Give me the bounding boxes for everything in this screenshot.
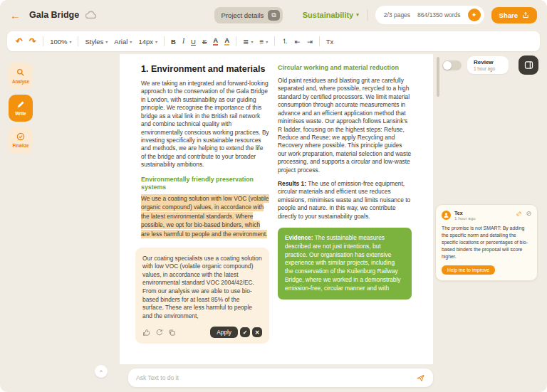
toolbar-divider — [274, 36, 275, 46]
project-details-label: Project details — [222, 11, 264, 19]
chat-input[interactable] — [136, 374, 416, 381]
toolbar-divider — [164, 36, 165, 46]
resolve-icon[interactable]: ⊘ — [526, 211, 531, 217]
font-color-button[interactable]: A — [213, 37, 218, 46]
align-icon: ≡ — [259, 38, 264, 46]
apply-group: Apply ✓ ✕ — [210, 327, 262, 338]
link-icon[interactable] — [516, 211, 522, 217]
section-label: Sustainability — [303, 11, 354, 19]
formatting-toolbar: ↶ ↷ 100%▾ Styles▾ Arial▾ 14px▾ B I U S A… — [7, 31, 540, 51]
chevron-down-icon: ▾ — [266, 39, 268, 44]
document-heading: 1. Environment and materials — [141, 64, 269, 74]
results-label: Results 1: — [278, 180, 306, 187]
sidebar-item-write[interactable]: Write — [9, 95, 33, 122]
share-button[interactable]: Share — [491, 7, 537, 23]
chat-bar — [128, 369, 433, 387]
document-left-column: 1. Environment and materials We are taki… — [141, 64, 269, 344]
scrollbar[interactable] — [437, 57, 439, 97]
document-subheading: Environmentally friendly preservation sy… — [141, 176, 269, 191]
comment-header: Tex 1 hour ago ⊘ — [442, 211, 531, 221]
zoom-value: 100% — [50, 38, 67, 46]
pencil-icon — [16, 100, 25, 109]
font-size-select[interactable]: 14px▾ — [138, 38, 157, 46]
results-paragraph: Results 1: The use of emission-free equi… — [278, 180, 412, 221]
assistant-badge-icon[interactable]: ✦ — [468, 9, 481, 21]
section-selector[interactable]: Sustainability ▾ — [303, 11, 359, 19]
review-button[interactable]: Review 1 hour ago — [467, 56, 509, 74]
zoom-select[interactable]: 100%▾ — [50, 38, 71, 46]
numbered-list-button[interactable]: ⒈ — [281, 37, 288, 46]
thumbs-up-icon[interactable] — [142, 329, 150, 337]
comment-author: Tex — [454, 211, 512, 216]
bold-button[interactable]: B — [171, 38, 176, 46]
share-label: Share — [499, 11, 518, 19]
app-window: ← Gala Bridge Project details ⧉ Sustaina… — [0, 0, 547, 392]
strikethrough-button[interactable]: S — [202, 38, 207, 46]
chevron-down-icon: ▾ — [155, 39, 157, 44]
font-value: Arial — [114, 38, 127, 46]
highlight-color-button[interactable]: A — [224, 37, 229, 46]
sidebar-item-label: Write — [15, 111, 26, 116]
bullet-list-icon: ≣ — [243, 38, 249, 46]
comment-body: The promise is not SMART: By adding the … — [442, 225, 531, 260]
clear-formatting-button[interactable]: Tx — [326, 38, 334, 46]
back-icon[interactable]: ← — [10, 9, 21, 21]
reject-icon[interactable]: ✕ — [252, 327, 262, 337]
review-time: 1 hour ago — [474, 66, 502, 71]
ai-suggestion-card: Our coating specialists use a coating so… — [135, 248, 269, 344]
sidebar-item-label: Analyse — [12, 79, 29, 84]
apply-button[interactable]: Apply — [210, 327, 238, 338]
accept-icon[interactable]: ✓ — [240, 327, 250, 337]
document-subheading: Circular working and material reduction — [278, 64, 412, 71]
avatar — [442, 211, 451, 220]
font-select[interactable]: Arial▾ — [114, 38, 132, 46]
header: ← Gala Bridge Project details ⧉ Sustaina… — [0, 0, 547, 30]
evidence-box: Evidence: The sustainable measures descr… — [278, 228, 412, 299]
mode-sidebar: Analyse Write Finalize — [9, 63, 33, 154]
send-icon[interactable] — [416, 374, 425, 383]
header-divider — [368, 9, 368, 21]
improve-button[interactable]: Help me to improve — [442, 265, 495, 275]
copy-icon[interactable] — [168, 329, 176, 337]
words-count: 864/1350 words — [417, 11, 461, 18]
toolbar-divider — [78, 36, 78, 46]
document-paragraph: We are taking an integrated and forward-… — [141, 80, 269, 169]
outdent-button[interactable]: ⇤ — [295, 38, 301, 46]
redo-icon[interactable]: ↷ — [29, 36, 36, 46]
evidence-text: The sustainable measures described are n… — [285, 234, 400, 292]
font-size-value: 14px — [138, 38, 153, 46]
chevron-down-icon: ▾ — [130, 39, 132, 44]
cloud-sync-icon — [85, 11, 98, 19]
undo-icon[interactable]: ↶ — [16, 36, 23, 46]
document-page[interactable]: 1. Environment and materials We are taki… — [120, 54, 433, 364]
sidebar-item-analyse[interactable]: Analyse — [9, 63, 33, 90]
comments-panel-button[interactable] — [519, 55, 538, 75]
project-title: Gala Bridge — [29, 10, 79, 20]
document-paragraph: Old paint residues and blasting grit are… — [278, 77, 412, 174]
highlighted-paragraph: We use a coating solution with low VOC (… — [141, 194, 269, 239]
check-circle-icon — [16, 132, 25, 141]
review-toggle[interactable] — [442, 60, 462, 70]
align-select[interactable]: ≡▾ — [259, 38, 268, 46]
italic-button[interactable]: I — [182, 38, 184, 45]
list-style-select[interactable]: ≣▾ — [243, 38, 253, 46]
underline-button[interactable]: U — [191, 38, 196, 46]
review-label: Review — [474, 59, 502, 65]
styles-value: Styles — [85, 38, 103, 46]
styles-select[interactable]: Styles▾ — [85, 38, 108, 46]
toolbar-divider — [236, 36, 236, 46]
toolbar-divider — [319, 36, 320, 46]
pages-count: 2/3 pages — [384, 11, 410, 18]
collapse-chat-button[interactable]: ^ — [95, 365, 108, 378]
project-details-button[interactable]: Project details ⧉ — [214, 7, 283, 23]
chevron-down-icon: ▾ — [69, 39, 71, 44]
text-highlight[interactable]: We use a coating solution with low VOC (… — [141, 194, 269, 238]
evidence-label: Evidence: — [285, 234, 313, 241]
toggle-knob — [443, 61, 452, 70]
indent-button[interactable]: ⇥ — [307, 38, 313, 46]
sidebar-item-finalize[interactable]: Finalize — [9, 127, 33, 154]
toolbar-divider — [43, 36, 43, 46]
comment-actions: ⊘ — [516, 211, 531, 217]
magnifier-icon — [16, 68, 25, 77]
regenerate-icon[interactable] — [155, 329, 163, 337]
